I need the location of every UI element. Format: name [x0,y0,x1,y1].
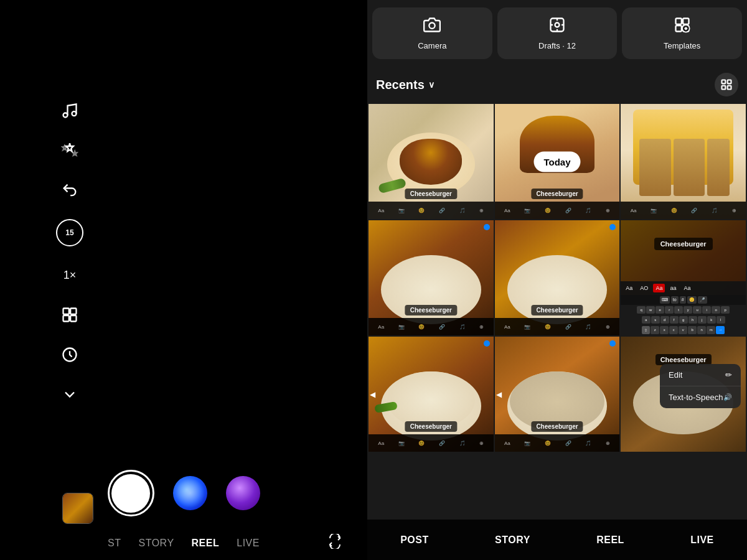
undo-icon[interactable] [59,179,81,202]
gallery-cell-3-2[interactable]: ◀ Cheeseburger Aa 📷 😊 🔗 🎵 ⊕ [495,337,620,452]
svg-point-9 [555,23,560,27]
svg-rect-4 [63,315,69,321]
nav-item-reel[interactable]: REEL [192,538,220,549]
gallery-nav-post[interactable]: POST [400,534,429,546]
gallery-row-2: Cheeseburger Aa 📷 😊 🔗 🎵 ⊕ Chees [369,220,746,335]
cell-tool-face3: 😊 [671,208,677,213]
recents-title[interactable]: Recents ∨ [376,78,435,92]
gallery-nav-live[interactable]: LIVE [690,534,714,546]
shutter-inner [111,474,150,513]
drafts-button[interactable]: Drafts · 12 [497,7,618,59]
blue-indicator-3-1 [484,340,490,347]
cell-tool-add2: ⊕ [606,208,610,213]
cell-tool-camera2: 📷 [524,208,530,213]
cell-toolbar-1-2: Aa 📷 😊 🔗 🎵 ⊕ [495,202,620,219]
cheeseburger-label-6: Cheeseburger [531,421,583,432]
gallery-nav-story[interactable]: STORY [495,534,530,546]
music-icon[interactable] [59,100,81,122]
gallery-cell-2-2[interactable]: Cheeseburger Aa 📷 😊 🔗 🎵 ⊕ [495,220,620,335]
cheeseburger-label-5: Cheeseburger [405,421,457,432]
gallery-cell-3-1[interactable]: ◀ Cheeseburger Aa 📷 😊 🔗 🎵 ⊕ [369,337,494,452]
gallery-cell-2-1[interactable]: Cheeseburger Aa 📷 😊 🔗 🎵 ⊕ [369,220,494,335]
gallery-panel: Camera Drafts · 12 [367,0,747,560]
cell-tool-aa2: Aa [504,208,510,213]
templates-button[interactable]: Templates [622,7,742,59]
clock-icon[interactable] [59,343,81,366]
cell-tool-mic2: 🎵 [585,208,591,213]
tts-icon: 🔊 [723,393,732,401]
drafts-icon [548,16,566,36]
camera-bottom: ST STORY REEL LIVE [0,470,367,560]
camera-button[interactable]: Camera [372,7,492,59]
layout-icon[interactable] [59,304,81,326]
cell-tool-add3: ⊕ [732,208,736,213]
svg-rect-22 [728,80,731,84]
nav-item-st[interactable]: ST [108,538,121,549]
camera-label: Camera [418,41,446,50]
cell-toolbar-2-2: Aa 📷 😊 🔗 🎵 ⊕ [495,318,620,335]
recents-chevron-icon: ∨ [428,80,435,90]
gallery-cell-1-2[interactable]: Today Cheeseburger Aa 📷 😊 🔗 🎵 ⊕ [495,104,620,219]
svg-rect-21 [722,80,726,84]
today-badge: Today [533,151,580,172]
svg-rect-23 [722,86,726,90]
cell-tool-face2: 😊 [545,208,551,213]
select-multiple-button[interactable] [715,73,738,96]
effects-icon[interactable] [59,139,81,162]
edit-label: Edit [669,370,682,380]
camera-controls [0,470,367,529]
effect-blue-button[interactable] [173,476,207,510]
cell-tool-mic3: 🎵 [712,208,718,213]
camera-panel: 15 1× [0,0,367,560]
svg-rect-2 [63,309,69,314]
svg-rect-14 [675,19,681,24]
cell-tool-aa3: Aa [631,208,637,213]
gallery-nav-reel[interactable]: REEL [596,534,624,546]
cell-tool-link3: 🔗 [691,208,697,213]
svg-rect-5 [70,315,76,321]
nav-item-live[interactable]: LIVE [237,538,260,549]
cell-tool-camera3: 📷 [651,208,657,213]
cell-toolbar-2-1: Aa 📷 😊 🔗 🎵 ⊕ [369,318,494,335]
templates-label: Templates [664,41,700,50]
camera-icon [423,16,441,36]
chevron-down-icon[interactable] [59,383,81,406]
flip-camera-icon[interactable] [327,534,342,553]
speed-icon[interactable]: 1× [59,264,81,286]
svg-rect-24 [728,86,731,90]
left-arrow-3-1: ◀ [370,390,375,399]
context-menu-tts[interactable]: Text-to-Speech 🔊 [660,386,741,408]
svg-point-0 [63,113,68,118]
cell-toolbar-3-1: Aa 📷 😊 🔗 🎵 ⊕ [369,434,494,452]
svg-rect-15 [683,19,688,24]
svg-point-1 [72,111,77,116]
cheeseburger-label-2: Cheeseburger [531,189,583,199]
edit-icon: ✏ [725,370,732,380]
cell-tool-mic: 🎵 [459,208,466,213]
gallery-cell-1-1[interactable]: Cheeseburger Aa 📷 😊 🔗 🎵 ⊕ [369,104,494,219]
tts-label: Text-to-Speech [669,393,723,402]
cell-tool-link: 🔗 [439,208,445,213]
gallery-row-3: ◀ Cheeseburger Aa 📷 😊 🔗 🎵 ⊕ [369,337,746,452]
cell-toolbar-1-3: Aa 📷 😊 🔗 🎵 ⊕ [621,202,746,219]
gallery-cell-2-3[interactable]: Cheeseburger Aa AO Aa aa Aa [621,220,746,335]
shutter-button[interactable] [108,470,154,516]
svg-point-7 [430,23,435,29]
top-actions: Camera Drafts · 12 [367,0,747,67]
cell-tool-face: 😊 [418,208,425,213]
left-arrow-3-2: ◀ [496,390,502,399]
thumbnail-preview[interactable] [62,493,93,524]
gallery-cell-3-3[interactable]: Cheeseburger Edit ✏ Text-to-Speech 🔊 [621,337,746,452]
gallery-cell-1-3[interactable]: Aa 📷 😊 🔗 🎵 ⊕ [621,104,746,219]
recents-label: Recents [376,78,425,92]
gallery-row-1: Cheeseburger Aa 📷 😊 🔗 🎵 ⊕ Today [369,104,746,219]
context-menu-edit[interactable]: Edit ✏ [660,364,741,386]
cell-toolbar-1-1: Aa 📷 😊 🔗 🎵 ⊕ [369,202,494,219]
cell-toolbar-3-2: Aa 📷 😊 🔗 🎵 ⊕ [495,434,620,452]
effect-purple-button[interactable] [226,476,260,510]
nav-item-story[interactable]: STORY [139,538,174,549]
timer-icon[interactable]: 15 [56,219,83,246]
gallery-grid: Cheeseburger Aa 📷 😊 🔗 🎵 ⊕ Today [367,103,747,454]
cheeseburger-label-1: Cheeseburger [405,189,457,199]
svg-rect-16 [675,26,681,31]
